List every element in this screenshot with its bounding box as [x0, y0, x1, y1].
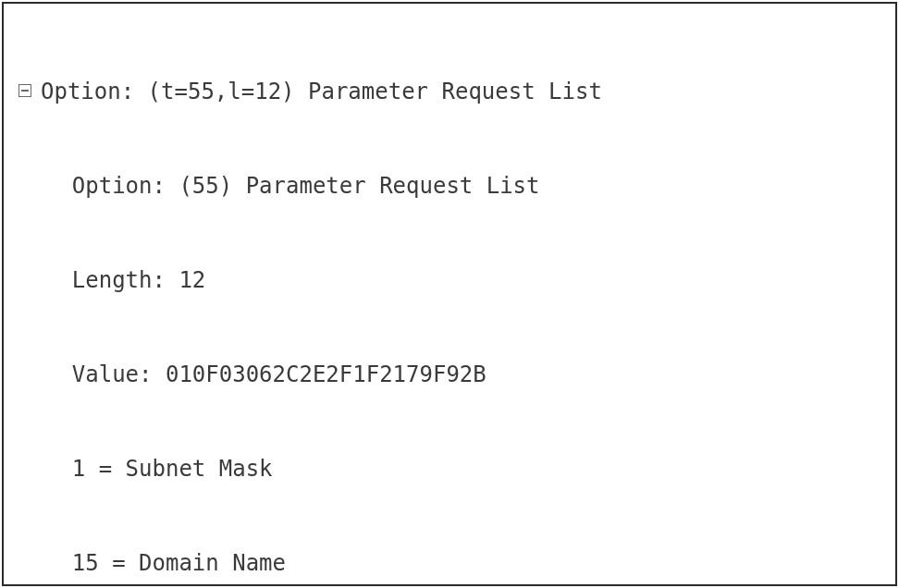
option-value-row: Value: 010F03062C2E2F1F2179F92B: [18, 359, 881, 390]
collapse-icon[interactable]: [18, 84, 31, 97]
option-header-text: Option: (t=55,l=12) Parameter Request Li…: [41, 79, 602, 104]
option-name-text: Option: (55) Parameter Request List: [72, 173, 540, 199]
param-text: 1 = Subnet Mask: [72, 456, 273, 482]
param-text: 15 = Domain Name: [72, 550, 286, 576]
option-length-row: Length: 12: [18, 264, 881, 296]
option-length-text: Length: 12: [72, 267, 206, 293]
param-row: 1 = Subnet Mask: [18, 453, 881, 484]
option-header-row[interactable]: Option: (t=55,l=12) Parameter Request Li…: [18, 76, 881, 107]
option-name-row: Option: (55) Parameter Request List: [18, 170, 881, 202]
option-value-text: Value: 010F03062C2E2F1F2179F92B: [72, 361, 486, 387]
packet-details-panel: Option: (t=55,l=12) Parameter Request Li…: [2, 2, 897, 586]
param-row: 15 = Domain Name: [18, 547, 881, 579]
